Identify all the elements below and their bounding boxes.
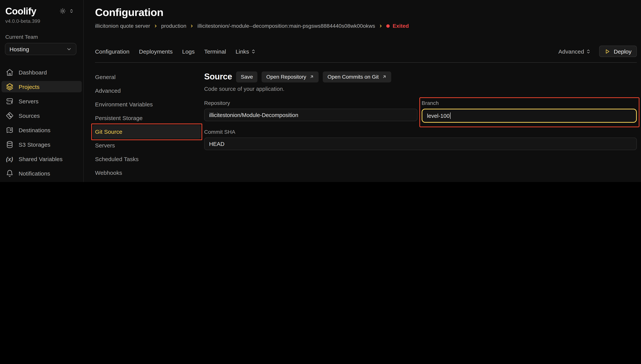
tab-configuration[interactable]: Configuration bbox=[95, 48, 130, 54]
layers-icon bbox=[5, 83, 14, 90]
commit-sha-input[interactable] bbox=[204, 138, 637, 150]
sidebar-item-servers[interactable]: Servers bbox=[2, 95, 82, 107]
database-icon bbox=[5, 140, 14, 148]
arrow-up-right-icon bbox=[382, 74, 387, 79]
branch-field-group: Branch level-100 bbox=[422, 100, 637, 123]
tab-links[interactable]: Links bbox=[236, 48, 256, 54]
app-logo: Coolify bbox=[5, 6, 36, 16]
subnav-item-webhooks[interactable]: Webhooks bbox=[93, 166, 201, 180]
current-team-label: Current Team bbox=[0, 24, 83, 40]
tab-deployments[interactable]: Deployments bbox=[139, 48, 173, 54]
play-icon bbox=[605, 48, 610, 54]
tabs-row: Configuration Deployments Logs Terminal … bbox=[95, 45, 637, 57]
team-select-value: Hosting bbox=[10, 46, 29, 52]
breadcrumb-project[interactable]: illicitonion quote server bbox=[95, 23, 150, 29]
repository-label: Repository bbox=[204, 100, 417, 106]
tabs-divider bbox=[95, 62, 637, 63]
subnav-item-servers[interactable]: Servers bbox=[93, 139, 201, 152]
branch-label: Branch bbox=[422, 100, 637, 106]
variables-icon: (x) bbox=[5, 156, 14, 162]
chevrons-up-down-icon bbox=[251, 49, 256, 54]
bell-icon bbox=[5, 169, 14, 177]
subnav-item-environment-variables[interactable]: Environment Variables bbox=[93, 98, 201, 111]
status-badge: Exited bbox=[386, 23, 409, 29]
text-cursor bbox=[450, 112, 451, 119]
chevron-right-icon bbox=[190, 24, 194, 28]
advanced-selector[interactable]: Advanced bbox=[558, 48, 591, 54]
server-icon bbox=[5, 97, 14, 105]
app-version: v4.0.0-beta.399 bbox=[0, 16, 83, 24]
open-commits-button[interactable]: Open Commits on Git bbox=[323, 71, 391, 82]
subnav-item-persistent-storage[interactable]: Persistent Storage bbox=[93, 111, 201, 125]
chevron-right-icon bbox=[154, 24, 158, 28]
sidebar-item-shared-variables[interactable]: (x) Shared Variables bbox=[2, 153, 82, 164]
subnav-item-git-source[interactable]: Git Source bbox=[93, 125, 201, 139]
sidebar-item-destinations[interactable]: Destinations bbox=[2, 124, 82, 136]
settings-subnav: General Advanced Environment Variables P… bbox=[95, 70, 201, 182]
breadcrumb: illicitonion quote server production ill… bbox=[95, 23, 637, 29]
breadcrumb-environment[interactable]: production bbox=[161, 23, 187, 29]
sidebar-item-notifications[interactable]: Notifications bbox=[2, 168, 82, 179]
app-window: Coolify v4.0.0-beta.399 Current Team Hos… bbox=[0, 0, 641, 182]
deploy-button[interactable]: Deploy bbox=[599, 46, 637, 57]
subnav-item-preview-deployments[interactable]: Preview Deployments bbox=[93, 180, 201, 182]
sidebar-item-projects[interactable]: Projects bbox=[2, 81, 82, 92]
main-content: Configuration illicitonion quote server … bbox=[84, 0, 641, 182]
map-icon bbox=[5, 126, 14, 134]
subnav-item-general[interactable]: General bbox=[93, 70, 201, 84]
status-text: Exited bbox=[393, 23, 409, 29]
theme-sun-icon[interactable] bbox=[60, 8, 66, 14]
subnav-item-scheduled-tasks[interactable]: Scheduled Tasks bbox=[93, 152, 201, 166]
theme-selector-chevrons-icon[interactable] bbox=[69, 9, 74, 13]
repository-input[interactable] bbox=[204, 109, 417, 121]
status-dot-icon bbox=[386, 24, 390, 28]
source-description: Code source of your application. bbox=[204, 86, 637, 92]
commit-sha-field-group: Commit SHA bbox=[204, 129, 637, 150]
arrow-up-right-icon bbox=[310, 74, 314, 79]
breadcrumb-resource[interactable]: illicitestonion/-module--decomposition:m… bbox=[198, 23, 375, 29]
tab-logs[interactable]: Logs bbox=[182, 48, 195, 54]
sidebar-item-sources[interactable]: Sources bbox=[2, 110, 82, 121]
save-button[interactable]: Save bbox=[236, 71, 258, 82]
page-title: Configuration bbox=[95, 6, 637, 19]
open-repository-button[interactable]: Open Repository bbox=[262, 71, 319, 82]
git-source-icon bbox=[5, 112, 14, 120]
sidebar-nav: Dashboard Projects Servers Sources Desti… bbox=[0, 66, 83, 182]
home-icon bbox=[5, 68, 14, 76]
sidebar-item-dashboard[interactable]: Dashboard bbox=[2, 66, 82, 78]
branch-input[interactable]: level-100 bbox=[422, 109, 637, 123]
source-section: Source Save Open Repository Open Commits… bbox=[204, 70, 637, 182]
subnav-item-advanced[interactable]: Advanced bbox=[93, 84, 201, 98]
chevrons-up-down-icon bbox=[586, 49, 591, 54]
repository-field-group: Repository bbox=[204, 100, 417, 123]
tab-terminal[interactable]: Terminal bbox=[204, 48, 226, 54]
team-select[interactable]: Hosting bbox=[5, 43, 77, 55]
source-heading: Source bbox=[204, 72, 232, 82]
commit-sha-label: Commit SHA bbox=[204, 129, 637, 135]
chevron-down-icon bbox=[66, 46, 72, 52]
chevron-right-icon bbox=[379, 24, 383, 28]
sidebar: Coolify v4.0.0-beta.399 Current Team Hos… bbox=[0, 0, 84, 182]
sidebar-item-s3-storages[interactable]: S3 Storages bbox=[2, 139, 82, 150]
